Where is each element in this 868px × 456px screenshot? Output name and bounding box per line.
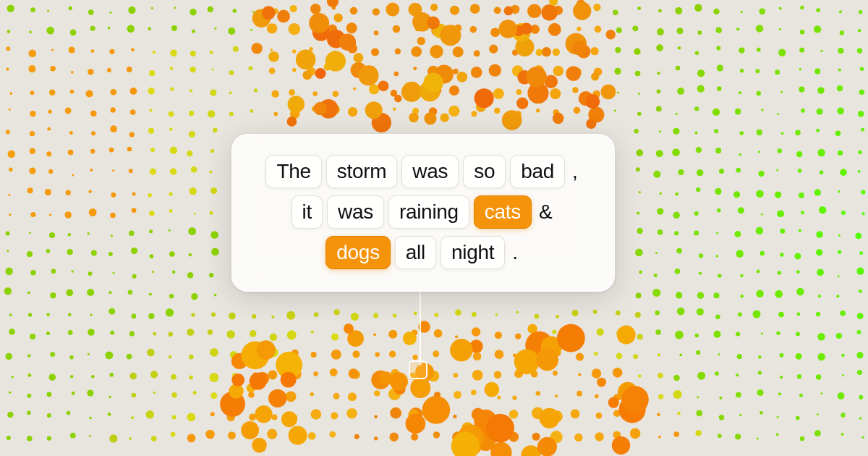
tooltip-popup: Thestormwassobad,itwasrainingcats&dogsal… (231, 134, 615, 292)
word-chip: , (569, 155, 580, 188)
tooltip-line: itwasrainingcats& (255, 195, 591, 229)
word-chip: storm (326, 155, 398, 188)
tooltip-line: dogsallnight. (255, 236, 591, 269)
tooltip-connector (420, 286, 421, 366)
word-chip: . (509, 236, 520, 269)
word-chip: was (401, 155, 459, 188)
word-chip: it (292, 195, 323, 229)
word-chip: The (265, 155, 321, 188)
tooltip-line: Thestormwassobad, (255, 155, 591, 188)
word-chip: was (327, 195, 384, 229)
word-chip: bad (510, 155, 565, 188)
word-chip: & (536, 195, 555, 229)
word-chip: all (395, 236, 436, 269)
word-chip: night (441, 236, 505, 269)
word-chip: cats (474, 195, 532, 229)
tooltip-anchor (409, 360, 427, 379)
word-chip: raining (388, 195, 469, 229)
word-chip: dogs (326, 236, 391, 269)
word-chip: so (463, 155, 506, 188)
